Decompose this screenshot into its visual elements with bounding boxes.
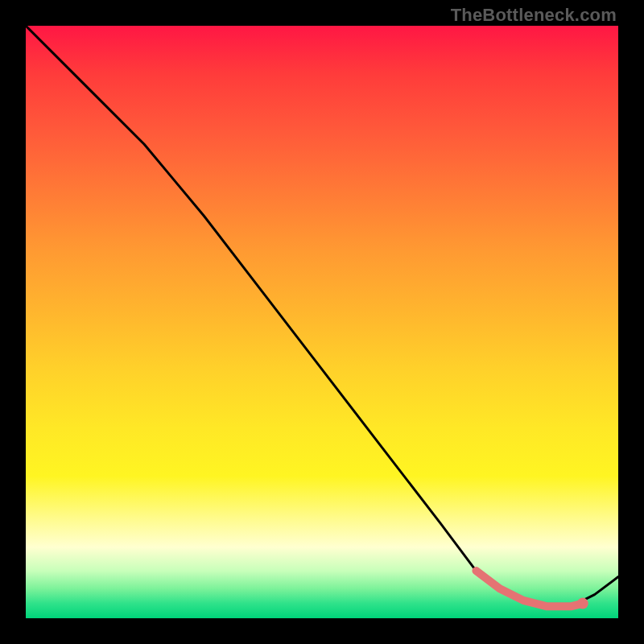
main-curve	[26, 26, 618, 606]
chart-svg	[26, 26, 618, 618]
watermark-text: TheBottleneck.com	[451, 5, 617, 26]
highlight-end-dot	[577, 598, 588, 609]
trough-highlight	[476, 571, 582, 606]
chart-stage: TheBottleneck.com	[0, 0, 644, 644]
plot-area	[26, 26, 618, 618]
